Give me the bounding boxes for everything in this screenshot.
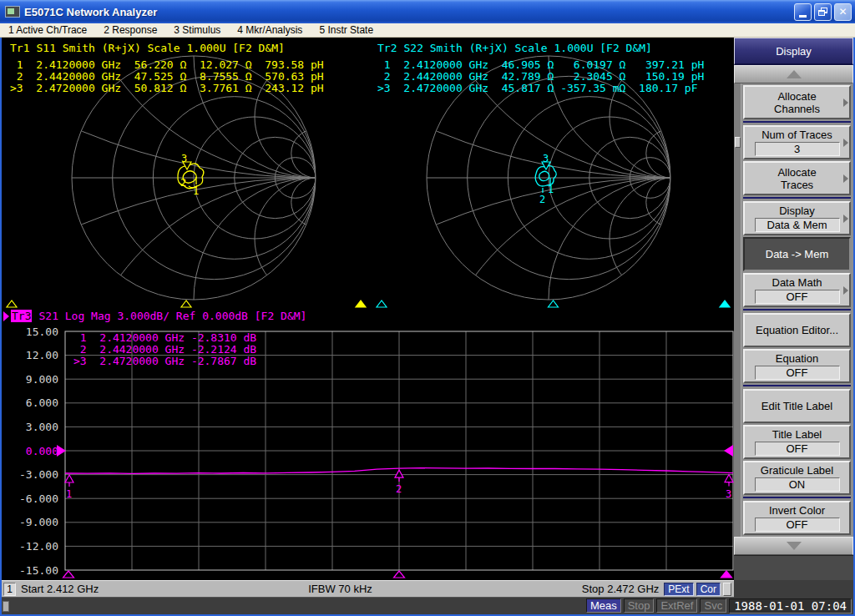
softkey-label: Display [779,204,815,217]
softkey-value: 3 [755,142,840,156]
softkey-allocate-channels[interactable]: AllocateChannels [743,85,851,119]
softkey-label: Equation [776,352,818,365]
svg-text:1: 1 [548,184,554,195]
svg-text:0.000: 0.000 [26,445,58,457]
stimulus-bar-row: 1 Start 2.412 GHz IFBW 70 kHz Stop 2.472… [0,580,855,598]
marker-readout-row: 2 2.4420000 GHz -2.2124 dB [73,344,256,356]
softkey-data-math[interactable]: Data MathOFF [743,273,851,307]
menu-scrollbar[interactable] [734,83,741,537]
trace2-name: Tr2 [377,42,397,54]
title-bar: E5071C Network Analyzer ✕ [0,0,855,23]
softkey-allocate-traces[interactable]: AllocateTraces [743,161,851,195]
menu-item-5-instr-state[interactable]: 5 Instr State [311,24,382,36]
softkey-value: OFF [755,442,840,456]
svg-text:3: 3 [543,153,549,164]
softkey-data-mem[interactable]: Data -> Mem [743,237,851,271]
softkey-value: OFF [755,290,840,304]
submenu-arrow-icon [843,98,848,107]
softkey-value: ON [755,477,840,492]
svg-text:2: 2 [396,483,402,495]
start-frequency-label: Start 2.412 GHz [21,583,99,595]
status-badge-stop: Stop [624,598,655,613]
marker-number-label: 3 [181,153,187,164]
svg-text:-9.000: -9.000 [19,516,58,528]
menu-separator [743,309,851,311]
svg-text:-12.00: -12.00 [19,540,58,553]
svg-text:-6.000: -6.000 [19,492,58,505]
marker-readout-row: >3 2.4720000 GHz 50.812 Ω 3.7761 Ω 243.1… [10,83,324,94]
softkey-label: Channels [774,103,820,115]
menu-item-1-active-ch-trace[interactable]: 1 Active Ch/Trace [0,24,95,36]
trace3-marker-3[interactable] [725,475,733,487]
softkey-label: Title Label [772,428,822,441]
trace1-marker-table: 1 2.4120000 GHz 56.220 Ω 12.027 Ω 793.58… [10,59,324,94]
softkey-graticule-label[interactable]: Graticule LabelON [743,461,851,495]
restore-button[interactable] [814,3,832,21]
softkey-equation[interactable]: EquationOFF [743,349,851,383]
softkey-label: Invert Color [769,504,825,517]
status-grip [3,601,9,612]
restore-icon [818,8,827,16]
indicator-pext: PExt [664,583,693,596]
marker-readout-row: 2 2.4420000 GHz 42.789 Ω 2.3045 Ω 150.19… [377,71,704,83]
softkey-display[interactable]: DisplayData & Mem [743,201,851,235]
status-chip [723,583,731,596]
svg-text:-3.000: -3.000 [19,468,58,481]
main-area: 32131215.0012.009.0006.0003.0000.000-3.0… [0,38,855,580]
softkey-value: Data & Mem [755,218,840,232]
svg-text:3.000: 3.000 [26,421,58,433]
softkey-value: OFF [755,366,840,380]
channel-number-badge: 1 [3,583,16,596]
minimize-button[interactable] [794,3,812,21]
screen-canvas[interactable]: 32131215.0012.009.0006.0003.0000.000-3.0… [2,38,734,580]
app-icon [5,6,20,18]
ref-level-arrow-right [724,445,733,457]
softkey-num-of-traces[interactable]: Num of Traces3 [743,125,851,159]
marker-readout-row: 1 2.4120000 GHz 56.220 Ω 12.027 Ω 793.58… [10,59,324,71]
menu-scrollbar-handle[interactable] [735,137,741,148]
menu-separator [743,497,851,498]
datetime-label: 1988-01-01 07:04 [729,598,852,613]
menu-item-4-mkr-analysis[interactable]: 4 Mkr/Analysis [229,24,311,36]
trace1-header[interactable]: Tr1S11 Smith (R+jX) Scale 1.000U [F2 D&M… [10,42,285,54]
submenu-arrow-icon [843,139,848,147]
softkey-equation-editor[interactable]: Equation Editor... [743,313,851,347]
trace2-header[interactable]: Tr2S22 Smith (R+jX) Scale 1.000U [F2 D&M… [377,42,652,54]
svg-text:9.000: 9.000 [26,373,58,386]
softkey-invert-color[interactable]: Invert ColorOFF [743,501,851,535]
status-badge-meas: Meas [586,598,621,613]
softkey-label: Traces [781,179,813,191]
submenu-arrow-icon [843,174,848,183]
menu-bar: 1 Active Ch/Trace2 Response3 Stimulus4 M… [0,23,855,38]
trace3-header[interactable]: Tr3S21 Log Mag 3.000dB/ Ref 0.000dB [F2 … [3,310,306,322]
close-button[interactable]: ✕ [834,3,852,21]
submenu-arrow-icon [843,215,848,223]
softkey-title-label[interactable]: Title LabelOFF [743,425,851,459]
status-badge-svc: Svc [700,598,726,613]
trace3-marker-table: 1 2.4120000 GHz -2.8310 dB 2 2.4420000 G… [73,332,256,367]
status-badge-extref: ExtRef [656,598,697,613]
svg-text:1: 1 [66,488,72,500]
active-trace-arrow-icon [3,311,9,321]
menu-item-2-response[interactable]: 2 Response [95,24,165,36]
svg-text:3: 3 [726,488,731,500]
instrument-screen: 32131215.0012.009.0006.0003.0000.000-3.0… [2,38,734,580]
trace3-marker-1[interactable] [65,475,73,487]
softkey-edit-title-label[interactable]: Edit Title Label [743,389,851,423]
svg-text:6.000: 6.000 [26,396,58,409]
trace3-marker-2[interactable] [395,470,403,482]
status-bar: MeasStopExtRefSvc 1988-01-01 07:04 [0,598,855,616]
menu-item-3-stimulus[interactable]: 3 Stimulus [165,24,229,36]
ref-level-arrow-left [57,445,66,457]
softkey-value: OFF [755,518,840,532]
softkey-label: Equation Editor... [756,324,838,336]
menu-separator [743,385,851,386]
window-title: E5071C Network Analyzer [24,6,792,18]
softkey-label: Num of Traces [761,129,832,141]
menu-scroll-down-button[interactable] [734,537,853,555]
softkey-label: Edit Title Label [761,400,832,412]
softkey-label: Allocate [777,166,816,179]
svg-text:15.00: 15.00 [26,326,58,338]
arrow-up-icon [787,70,802,78]
menu-scroll-up-button[interactable] [734,65,853,83]
